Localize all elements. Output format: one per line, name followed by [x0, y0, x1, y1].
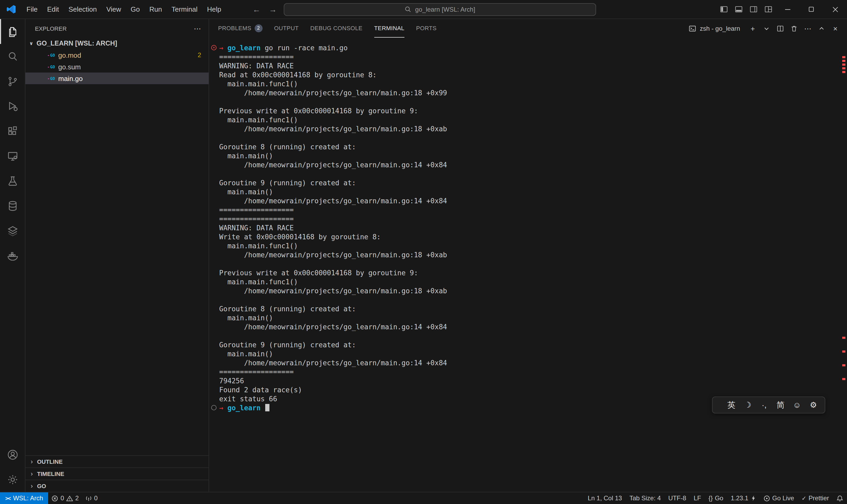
activity-bar — [0, 19, 25, 492]
panel-tab-terminal[interactable]: TERMINAL — [374, 19, 404, 38]
terminal-line: main.main.func1() — [209, 277, 847, 286]
menu-selection[interactable]: Selection — [64, 0, 102, 19]
toggle-panel-icon[interactable] — [731, 0, 746, 19]
file-go.sum[interactable]: -GOgo.sum — [25, 61, 209, 73]
ports-status[interactable]: 0 — [82, 492, 101, 504]
terminal-line: WARNING: DATA RACE — [209, 61, 847, 70]
section-timeline[interactable]: ›TIMELINE — [25, 467, 209, 480]
panel-actions: zsh - go_learn + ⋯ — [689, 22, 842, 35]
go-version[interactable]: 1.23.1 — [727, 492, 760, 504]
problems-status[interactable]: 0 2 — [49, 492, 82, 504]
menu-terminal[interactable]: Terminal — [167, 0, 202, 19]
ime-width-mode-icon[interactable]: ☽ — [740, 397, 756, 413]
file-name: go.sum — [58, 63, 81, 71]
language-mode[interactable]: {} Go — [705, 492, 727, 504]
ime-simplified-chinese-icon[interactable]: 简 — [772, 397, 789, 413]
toggle-secondary-sidebar-icon[interactable] — [746, 0, 761, 19]
kill-terminal-icon[interactable] — [788, 22, 800, 35]
ime-punctuation-mode-icon[interactable]: ·, — [756, 397, 772, 413]
prettier-status[interactable]: ✓ Prettier — [798, 492, 833, 504]
activity-docker[interactable] — [0, 243, 25, 268]
accounts-button[interactable] — [0, 442, 25, 467]
activity-database[interactable] — [0, 193, 25, 218]
errors-icon — [52, 495, 58, 502]
go-file-icon: -GO — [47, 62, 56, 71]
main-area: EXPLORER ⋯ ∨ GO_LEARN [WSL: ARCH] -GOgo.… — [0, 19, 847, 492]
chevron-down-icon: ∨ — [28, 41, 35, 46]
panel-tabs: PROBLEMS2OUTPUTDEBUG CONSOLETERMINALPORT… — [212, 19, 442, 38]
explorer-root-folder[interactable]: ∨ GO_LEARN [WSL: ARCH] — [25, 38, 209, 49]
ime-language-mode-icon[interactable]: 英 — [723, 397, 740, 413]
settings-button[interactable] — [0, 467, 25, 492]
activity-explorer[interactable] — [0, 19, 25, 44]
terminal-line: Goroutine 8 (running) created at: — [209, 142, 847, 151]
cursor-position[interactable]: Ln 1, Col 13 — [584, 492, 626, 504]
close-window-button[interactable] — [823, 0, 847, 19]
nav-back-icon[interactable]: ← — [251, 5, 262, 14]
account-icon — [6, 448, 19, 461]
eol[interactable]: LF — [690, 492, 705, 504]
sidebar-explorer: EXPLORER ⋯ ∨ GO_LEARN [WSL: ARCH] -GOgo.… — [25, 19, 209, 492]
terminal-picker[interactable]: zsh - go_learn — [689, 24, 740, 32]
menu-go[interactable]: Go — [126, 0, 145, 19]
terminal-line: main.main.func1() — [209, 115, 847, 124]
notifications-button[interactable] — [833, 492, 847, 504]
extensions-icon — [6, 125, 19, 138]
panel-tab-output[interactable]: OUTPUT — [274, 19, 299, 38]
split-terminal-icon[interactable] — [774, 22, 787, 35]
menu-file[interactable]: File — [22, 0, 42, 19]
file-main.go[interactable]: -GOmain.go — [25, 73, 209, 84]
menu-edit[interactable]: Edit — [42, 0, 64, 19]
panel-tab-problems[interactable]: PROBLEMS2 — [218, 19, 262, 38]
terminal-line: /home/meowrain/projects/go_learn/main.go… — [209, 88, 847, 97]
explorer-more-actions-icon[interactable]: ⋯ — [194, 24, 201, 33]
customize-layout-icon[interactable] — [761, 0, 776, 19]
sidebar-spacer — [25, 84, 209, 455]
panel-tab-ports[interactable]: PORTS — [416, 19, 436, 38]
activity-run-debug[interactable] — [0, 94, 25, 119]
maximize-panel-icon[interactable] — [815, 22, 828, 35]
activity-remote-explorer[interactable] — [0, 143, 25, 168]
command-center-search[interactable]: go_learn [WSL: Arch] — [284, 3, 596, 16]
terminal-line: /home/meowrain/projects/go_learn/main.go… — [209, 196, 847, 205]
command-pending-icon — [211, 405, 217, 410]
run-debug-icon — [6, 100, 19, 112]
toggle-sidebar-icon[interactable] — [716, 0, 731, 19]
terminal-line: /home/meowrain/projects/go_learn/main.go… — [209, 322, 847, 331]
file-name: main.go — [58, 74, 83, 82]
maximize-button[interactable] — [799, 0, 823, 19]
nav-forward-icon[interactable]: → — [267, 5, 278, 14]
encoding[interactable]: UTF-8 — [665, 492, 690, 504]
activity-search[interactable] — [0, 44, 25, 69]
tab-size[interactable]: Tab Size: 4 — [626, 492, 665, 504]
prompt-cwd: go_learn — [227, 404, 260, 412]
menu-run[interactable]: Run — [145, 0, 167, 19]
menu-help[interactable]: Help — [202, 0, 226, 19]
file-go.mod[interactable]: -GOgo.mod2 — [25, 49, 209, 61]
terminal-line: Goroutine 8 (running) created at: — [209, 304, 847, 313]
go-live[interactable]: Go Live — [759, 492, 798, 504]
new-terminal-icon[interactable]: + — [746, 22, 759, 35]
activity-source-control[interactable] — [0, 69, 25, 94]
file-list: -GOgo.mod2-GOgo.sum-GOmain.go — [25, 49, 209, 84]
title-bar: FileEditSelectionViewGoRunTerminalHelp ←… — [0, 0, 847, 19]
terminal-line: Read at 0x00c000014168 by goroutine 8: — [209, 70, 847, 79]
status-bar: >< WSL: Arch 0 2 0 Ln 1, Col 13 Tab Size… — [0, 492, 847, 504]
remote-indicator[interactable]: >< WSL: Arch — [0, 492, 49, 504]
menu-view[interactable]: View — [102, 0, 126, 19]
section-go[interactable]: ›GO — [25, 480, 209, 492]
minimize-button[interactable] — [776, 0, 799, 19]
panel-tab-debug-console[interactable]: DEBUG CONSOLE — [310, 19, 362, 38]
activity-layers[interactable] — [0, 218, 25, 243]
close-panel-icon[interactable]: × — [829, 22, 842, 35]
ime-settings-icon[interactable]: ⚙ — [805, 397, 822, 413]
launch-profile-chevron-icon[interactable] — [760, 22, 773, 35]
activity-extensions[interactable] — [0, 119, 25, 143]
section-outline[interactable]: ›OUTLINE — [25, 455, 209, 467]
activity-testing[interactable] — [0, 168, 25, 193]
terminal-line: Goroutine 9 (running) created at: — [209, 340, 847, 349]
warning-count: 2 — [75, 494, 78, 502]
terminal[interactable]: ×→ go_learn go run -race main.go========… — [209, 38, 847, 492]
ime-emoji-icon[interactable]: ☺ — [789, 397, 805, 413]
panel-more-actions-icon[interactable]: ⋯ — [801, 22, 814, 35]
